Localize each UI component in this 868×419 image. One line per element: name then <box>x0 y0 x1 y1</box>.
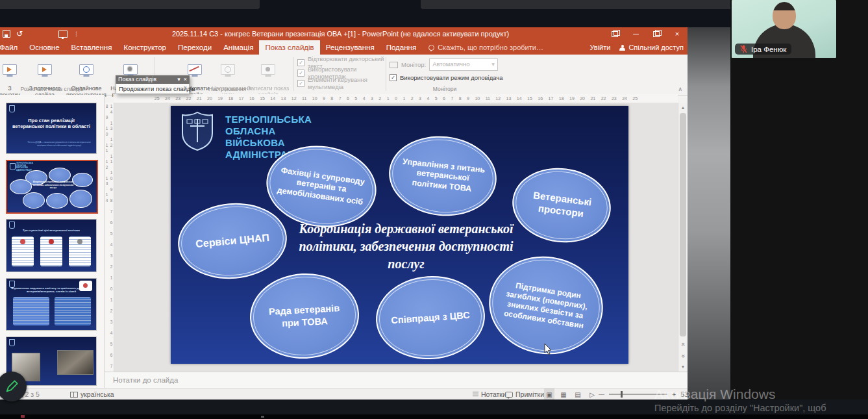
tab-design[interactable]: Конструктор <box>118 40 172 55</box>
group-label-start: Розпочати показ слайдів <box>0 86 117 92</box>
presenter-view-checkbox[interactable]: ✓ Використовувати режим доповідача <box>390 74 503 81</box>
tab-home[interactable]: Основне <box>23 40 65 55</box>
tab-review[interactable]: Рецензування <box>320 40 380 55</box>
media-controls-checkbox[interactable]: ✓ Елементи керування мультимедіа <box>297 79 395 88</box>
chevron-down-icon[interactable]: ▾ <box>177 75 180 84</box>
coat-of-arms-icon <box>9 222 15 229</box>
thumbnail-title: Про стан реалізації ветеранської політик… <box>12 118 91 129</box>
slideshow-floating-toolbar: Показ слайдів ▾ × Продовжити показ слайд… <box>116 75 190 94</box>
group-separator <box>293 57 294 91</box>
next-slide-button[interactable]: » <box>678 351 688 361</box>
coat-of-arms-icon <box>10 163 16 170</box>
thumbnail-org-text: ТЕРНОПІЛЬСЬКА ОБЛАСНА ВІЙСЬКОВА АДМІНІСТ… <box>16 162 33 171</box>
notes-toggle[interactable]: Нотатки <box>473 388 506 400</box>
slide-thumbnail-2-selected[interactable]: ТЕРНОПІЛЬСЬКА ОБЛАСНА ВІЙСЬКОВА АДМІНІСТ… <box>6 160 98 214</box>
ellipse-veterans-council[interactable]: Рада ветеранів при ТОВА <box>248 271 362 362</box>
tab-insert[interactable]: Вставлення <box>66 40 118 55</box>
scroll-down-icon[interactable]: ▼ <box>678 362 688 372</box>
resume-slideshow-button[interactable]: Продовжити показ слайдів <box>116 84 190 94</box>
checkbox-icon: ✓ <box>297 70 304 77</box>
from-beginning-icon <box>3 64 17 75</box>
previous-slide-button[interactable]: « <box>678 340 688 349</box>
zoom-slider-thumb[interactable] <box>621 391 623 398</box>
muted-mic-icon <box>740 45 747 53</box>
slide-thumbnail-3[interactable]: Три стратегічні цілі ветеранської політи… <box>6 219 97 272</box>
screen: ↺ ⋮ 2025.11.14 С3 - конгрес Ветерани пре… <box>0 0 868 419</box>
start-slideshow-icon[interactable] <box>58 31 68 38</box>
group-separator <box>386 57 386 91</box>
present-online-icon <box>79 64 93 75</box>
slide-editing-area[interactable]: ТЕРНОПІЛЬСЬКА ОБЛАСНА ВІЙСЬКОВА АДМІНІСТ… <box>114 103 678 372</box>
tab-slideshow[interactable]: Показ слайдів <box>259 40 319 55</box>
mouse-cursor <box>543 343 553 356</box>
rehearse-timings-icon <box>221 64 235 75</box>
window-controls: × <box>604 27 688 40</box>
chevron-down-icon: ▾ <box>491 59 495 70</box>
slide-thumbnail-panel[interactable]: Про стан реалізації ветеранської політик… <box>0 95 105 388</box>
tab-animations[interactable]: Анімація <box>217 40 259 55</box>
pencil-icon <box>5 379 19 394</box>
language-indicator[interactable]: українська <box>70 388 114 400</box>
undo-icon[interactable]: ↺ <box>16 30 23 38</box>
current-slide[interactable]: ТЕРНОПІЛЬСЬКА ОБЛАСНА ВІЙСЬКОВА АДМІНІСТ… <box>171 106 628 364</box>
ellipse-veterans-policy-department[interactable]: Управління з питань ветеранської політик… <box>385 131 501 222</box>
ellipse-cvs-cooperation[interactable]: Співпраця з ЦВС <box>373 272 488 362</box>
qat-menu-icon[interactable]: ⋮ <box>73 31 79 37</box>
save-icon[interactable] <box>3 30 10 38</box>
slide-central-title: Координація державної ветеранської політ… <box>294 220 518 273</box>
vertical-ruler[interactable]: 14 13 12 11 10 9 8 7 6 5 4 3 2 1 0 1 2 3… <box>105 103 114 372</box>
sign-in-button[interactable]: Увійти <box>589 44 610 51</box>
tell-me-box[interactable]: Скажіть, що потрібно зробити… <box>422 40 550 55</box>
ellipse-cnap-services[interactable]: Сервіси ЦНАП <box>175 199 290 283</box>
tab-file[interactable]: Файл <box>0 40 23 55</box>
group-label-setup: Настроювання <box>195 86 260 92</box>
participant-tile-6[interactable]: Іра Фенюк <box>732 0 836 58</box>
scrollbar-thumb[interactable] <box>680 113 686 336</box>
coat-of-arms-logo <box>180 111 215 154</box>
account-area: Увійти Спільний доступ <box>589 40 684 55</box>
slide-sorter-view-button[interactable]: ▦ <box>558 388 569 400</box>
notes-pane[interactable]: Нотатки до слайда <box>105 372 688 388</box>
slide-thumbnail-4[interactable]: Відновлення людського капіталу та цивіль… <box>6 278 97 331</box>
quick-access-toolbar: ↺ ⋮ <box>1 27 79 40</box>
bottom-taskbar-strip <box>0 400 868 419</box>
lightbulb-icon <box>428 45 434 51</box>
thumbnail-title: Три стратегічні цілі ветеранської політи… <box>10 229 92 232</box>
zoom-slider[interactable] <box>609 394 667 395</box>
ellipse-veteran-spaces[interactable]: Ветеранські простори <box>508 162 615 248</box>
slideshow-view-button[interactable]: ▷ <box>587 388 597 400</box>
record-slideshow-icon <box>261 64 275 75</box>
reading-view-button[interactable]: ▤ <box>573 388 583 400</box>
horizontal-ruler[interactable]: 25 24 23 22 21 20 19 18 17 16 15 14 13 1… <box>114 94 678 103</box>
zoom-in-button[interactable]: + <box>672 390 676 398</box>
comments-toggle[interactable]: Примітки <box>505 388 544 400</box>
minimize-button[interactable] <box>625 27 646 40</box>
scroll-up-icon[interactable]: ▲ <box>678 103 688 112</box>
restore-button[interactable] <box>646 27 667 40</box>
slide-scrollbar[interactable]: ▲ « » ▼ <box>678 103 688 372</box>
checkbox-icon: ✓ <box>297 59 304 66</box>
participant-name: Іра Фенюк <box>735 44 791 55</box>
share-button[interactable]: Спільний доступ <box>619 44 684 51</box>
close-icon[interactable]: × <box>184 75 187 84</box>
taskbar-icon-hint <box>21 415 25 418</box>
group-label-monitors: Монітори <box>409 86 480 92</box>
ppt-titlebar: ↺ ⋮ 2025.11.14 С3 - конгрес Ветерани пре… <box>0 27 688 40</box>
checkbox-icon: ✓ <box>297 80 304 87</box>
coat-of-arms-icon <box>9 339 15 346</box>
comments-icon <box>505 392 513 398</box>
tab-view[interactable]: Подання <box>380 40 422 55</box>
monitor-icon <box>390 62 398 68</box>
zoom-out-button[interactable]: — <box>599 391 604 398</box>
coat-of-arms-icon <box>9 105 15 112</box>
monitor-select[interactable]: Автоматично ▾ <box>429 58 498 71</box>
collapse-ribbon-icon[interactable]: ∧ <box>678 86 682 92</box>
ribbon-display-options-button[interactable] <box>604 27 625 40</box>
participants-panel: Тетяна Дуда Тернопільський Цен... Ігор С… <box>730 0 868 419</box>
group-photo <box>57 350 93 375</box>
desktop-background-strip <box>688 27 730 400</box>
normal-view-button[interactable]: ▣ <box>544 388 554 400</box>
close-button[interactable]: × <box>667 27 688 40</box>
slide-thumbnail-1[interactable]: Про стан реалізації ветеранської політик… <box>6 103 97 154</box>
tab-transitions[interactable]: Переходи <box>172 40 217 55</box>
